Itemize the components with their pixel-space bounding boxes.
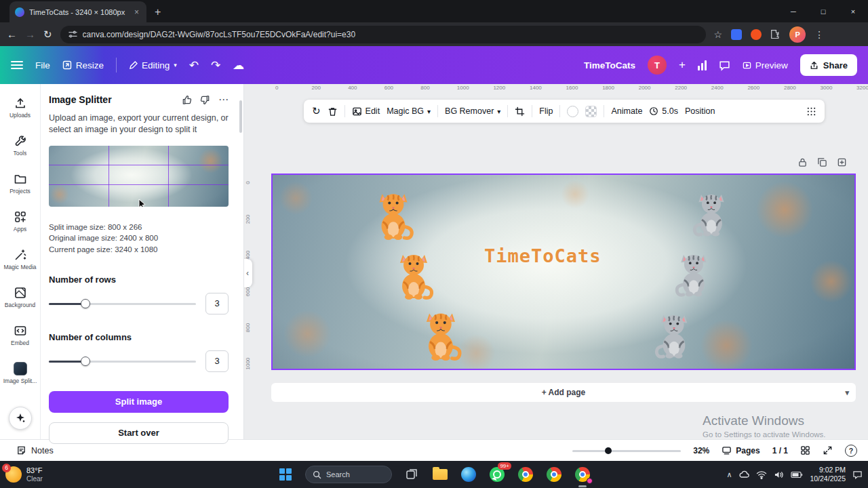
flip-button[interactable]: Flip <box>539 106 553 116</box>
extensions-puzzle-icon[interactable] <box>770 29 781 39</box>
columns-slider-thumb[interactable] <box>81 357 90 366</box>
browser-menu-icon[interactable]: ⋮ <box>814 29 824 40</box>
tab-close-icon[interactable]: × <box>132 7 141 17</box>
gray-cat-1[interactable] <box>692 187 730 240</box>
thumbs-up-icon[interactable] <box>182 95 192 105</box>
panel-more-icon[interactable]: ⋯ <box>218 94 229 106</box>
tray-expand-icon[interactable]: ∧ <box>726 470 732 479</box>
notification-center-icon[interactable] <box>852 470 863 479</box>
task-view-icon[interactable] <box>403 466 420 483</box>
document-title[interactable]: TimeToCats <box>584 60 635 70</box>
resize-menu[interactable]: Resize <box>62 60 104 70</box>
add-page-button[interactable]: + Add page ▾ <box>271 383 856 402</box>
gray-cat-3[interactable] <box>654 308 693 362</box>
sidebar-item-embed[interactable]: Embed <box>1 316 39 354</box>
minimize-button[interactable]: ─ <box>778 0 808 22</box>
redo-icon[interactable]: ↷ <box>211 58 220 73</box>
sidebar-item-background[interactable]: Background <box>1 278 39 316</box>
color-swatch[interactable] <box>567 106 578 117</box>
orange-cat-3[interactable] <box>419 308 464 362</box>
columns-value-input[interactable]: 3 <box>205 350 229 372</box>
add-member-icon[interactable]: + <box>679 58 686 72</box>
reload-icon[interactable]: ↻ <box>43 28 52 41</box>
undo-icon[interactable]: ↶ <box>189 58 199 73</box>
whatsapp-icon[interactable]: 99+ <box>488 466 506 483</box>
preview-button[interactable]: Preview <box>743 60 788 70</box>
split-preview-image[interactable] <box>49 146 229 207</box>
onedrive-icon[interactable] <box>738 470 749 479</box>
comments-icon[interactable] <box>719 60 730 71</box>
chrome-icon-active[interactable] <box>574 466 591 483</box>
panel-scrollbar[interactable] <box>239 100 242 133</box>
insights-icon[interactable] <box>698 60 707 70</box>
zoom-slider[interactable] <box>572 447 681 455</box>
edit-image-button[interactable]: Edit <box>352 106 380 117</box>
editing-mode-menu[interactable]: Editing ▾ <box>129 60 177 70</box>
thumbs-down-icon[interactable] <box>200 95 210 105</box>
lock-page-icon[interactable] <box>797 157 808 167</box>
sidebar-item-magic-media[interactable]: Magic Media <box>1 240 39 278</box>
transparency-icon[interactable] <box>806 106 816 117</box>
columns-slider[interactable] <box>49 357 196 366</box>
split-image-button[interactable]: Split image <box>49 391 229 413</box>
battery-icon[interactable] <box>791 471 803 479</box>
crop-icon[interactable] <box>515 106 525 117</box>
extension-orange-icon[interactable] <box>751 29 762 40</box>
url-text[interactable]: canva.com/design/DAG2t-WvGiw/87ocLsTF5ou… <box>83 30 356 39</box>
add-page-icon[interactable] <box>837 157 847 167</box>
hamburger-menu-icon[interactable] <box>11 61 23 69</box>
canva-assistant-button[interactable] <box>9 407 32 430</box>
duplicate-page-icon[interactable] <box>817 157 827 167</box>
rows-slider-thumb[interactable] <box>81 299 90 308</box>
sidebar-item-projects[interactable]: Projects <box>1 164 39 202</box>
zoom-level[interactable]: 32% <box>693 446 709 455</box>
gray-cat-2[interactable] <box>674 248 712 300</box>
site-settings-icon[interactable] <box>68 30 77 39</box>
taskbar-clock[interactable]: 9:02 PM 10/24/2025 <box>810 466 846 483</box>
sidebar-item-tools[interactable]: Tools <box>1 126 39 164</box>
close-button[interactable]: × <box>838 0 868 22</box>
bookmark-star-icon[interactable]: ☆ <box>714 29 723 40</box>
maximize-button[interactable]: □ <box>808 0 838 22</box>
extension-blue-icon[interactable] <box>731 29 742 40</box>
fullscreen-icon[interactable] <box>823 445 833 455</box>
panel-collapse-button[interactable]: ‹ <box>244 259 252 287</box>
sidebar-item-image-splitter[interactable]: Image Split... <box>1 354 39 392</box>
chrome-icon-2[interactable] <box>545 466 563 483</box>
duration-button[interactable]: 5.0s <box>649 106 678 116</box>
file-explorer-icon[interactable] <box>431 466 449 483</box>
help-button[interactable]: ? <box>845 445 857 457</box>
wifi-icon[interactable] <box>756 470 767 479</box>
taskbar-search[interactable]: Search <box>305 466 392 483</box>
zoom-slider-thumb[interactable] <box>605 447 612 454</box>
animate-button[interactable]: Animate <box>611 106 642 116</box>
bg-remover-button[interactable]: BG Remover▾ <box>445 106 500 116</box>
rotate-icon[interactable]: ↻ <box>312 105 321 117</box>
start-button[interactable] <box>277 466 294 483</box>
delete-element-icon[interactable] <box>328 106 338 117</box>
transparency-swatch[interactable] <box>585 106 597 117</box>
address-bar[interactable]: canva.com/design/DAG2t-WvGiw/87ocLsTF5ou… <box>60 26 706 43</box>
browser-profile-avatar[interactable]: P <box>789 26 806 43</box>
chrome-icon-1[interactable] <box>517 466 534 483</box>
edge-icon[interactable] <box>460 466 477 483</box>
weather-widget[interactable]: 6 83°F Clear <box>5 466 43 483</box>
rows-slider[interactable] <box>49 299 196 308</box>
forward-icon[interactable]: → <box>25 28 35 40</box>
share-button[interactable]: Share <box>800 54 857 76</box>
position-button[interactable]: Position <box>685 106 715 116</box>
pages-button[interactable]: Pages <box>722 445 760 455</box>
orange-cat-1[interactable] <box>373 188 415 241</box>
orange-cat-2[interactable] <box>392 249 437 301</box>
volume-icon[interactable] <box>774 470 784 479</box>
start-over-button[interactable]: Start over <box>49 422 229 444</box>
file-menu[interactable]: File <box>35 60 50 70</box>
browser-tab[interactable]: TimeToCats - 3240 × 1080px × <box>9 1 146 22</box>
rows-value-input[interactable]: 3 <box>205 293 229 314</box>
add-page-chevron-icon[interactable]: ▾ <box>845 388 849 397</box>
sidebar-item-uploads[interactable]: Uploads <box>1 88 39 126</box>
back-icon[interactable]: ← <box>7 28 17 40</box>
design-title-text[interactable]: TimeToCats <box>484 245 601 266</box>
design-page[interactable]: TimeToCats <box>271 174 856 370</box>
new-tab-button[interactable]: + <box>155 6 161 18</box>
